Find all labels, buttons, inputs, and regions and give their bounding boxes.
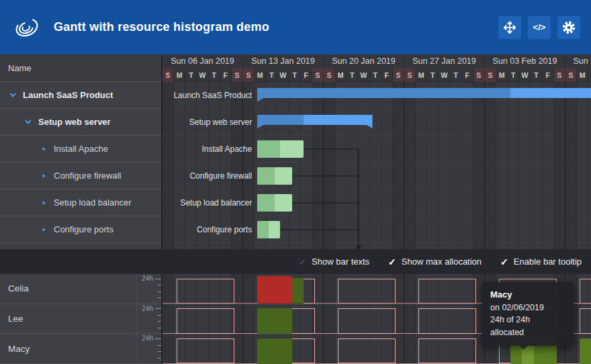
gantt-section: Name Launch SaaS ProductSetup web server… — [0, 54, 591, 249]
day-header-row: SMTWTFSSMTWTFSSMTWTFSSMTWTFSSMTWTFSSMTWT… — [163, 68, 591, 82]
resource-row-celia[interactable]: Celia — [0, 274, 161, 304]
app-header: Gantt with resource histogram demo </> — [0, 0, 591, 54]
day-header-cell: S — [554, 68, 565, 82]
chevron-down-icon[interactable] — [8, 93, 17, 97]
timeline-header: Sun 06 Jan 2019Sun 13 Jan 2019Sun 20 Jan… — [163, 54, 591, 82]
resource-name-label: Lee — [8, 314, 24, 324]
day-header-cell: M — [496, 68, 508, 82]
chevron-down-icon[interactable] — [24, 120, 33, 124]
day-header-cell: S — [312, 68, 324, 82]
tooltip-resource-name: Macy — [490, 288, 565, 302]
resource-row-macy[interactable]: Macy — [0, 334, 161, 364]
checkbox-label: Enable bar tooltip — [514, 257, 582, 267]
task-grid-panel: Name Launch SaaS ProductSetup web server… — [0, 54, 163, 249]
week-header-cell: Sun 20 Jan 2019 — [324, 54, 404, 68]
day-header-cell: S — [485, 68, 496, 82]
max-allocation-outline — [177, 279, 234, 304]
bar-progress — [257, 194, 275, 212]
histogram-toolbar: ✓Show bar texts✓Show max allocation✓Enab… — [0, 249, 591, 274]
task-bar-configure-firewall[interactable] — [257, 167, 291, 185]
checkbox-show-bar-texts[interactable]: ✓Show bar texts — [298, 257, 369, 267]
sidebar-item-configure-ports[interactable]: Configure ports — [0, 216, 161, 243]
sidebar-item-install-apache[interactable]: Install Apache — [0, 136, 161, 163]
max-allocation-outline — [338, 279, 396, 304]
day-header-cell: T — [588, 68, 591, 82]
task-name-label: Launch SaaS Product — [23, 90, 113, 100]
gear-icon — [562, 21, 576, 34]
day-header-cell: T — [266, 68, 277, 82]
leaf-bullet-icon — [39, 228, 48, 231]
task-name-label: Setup web server — [38, 117, 111, 127]
day-header-cell: M — [335, 68, 347, 82]
day-header-cell: T — [209, 68, 220, 82]
name-column-header: Name — [0, 54, 161, 82]
task-bar-label: Configure ports — [197, 216, 252, 243]
day-header-cell: S — [404, 68, 416, 82]
day-header-cell: M — [416, 68, 427, 82]
weekend-shade — [243, 274, 255, 364]
leaf-bullet-icon — [39, 201, 48, 204]
max-allocation-outline — [580, 279, 591, 304]
max-allocation-outline — [580, 308, 591, 334]
sidebar-item-setup-load-balancer[interactable]: Setup load balancer — [0, 189, 161, 216]
day-header-cell: S — [243, 68, 255, 82]
day-header-cell: F — [301, 68, 312, 82]
day-header-cell: S — [565, 68, 577, 82]
day-header-cell: M — [255, 68, 266, 82]
max-allocation-outline — [418, 308, 476, 334]
task-bar-install-apache[interactable] — [257, 140, 304, 158]
task-tree: Launch SaaS ProductSetup web serverInsta… — [0, 82, 161, 243]
bar-progress — [257, 140, 280, 158]
task-name-label: Setup load balancer — [54, 197, 132, 208]
day-header-cell: S — [163, 68, 174, 82]
move-button[interactable] — [498, 16, 521, 39]
task-bar-setup-load-balancer[interactable] — [257, 194, 291, 212]
week-header-cell: Sun 13 Jan 2019 — [243, 54, 324, 68]
resource-name-label: Macy — [8, 344, 30, 354]
sidebar-item-setup-web-server[interactable]: Setup web server — [0, 109, 161, 136]
day-header-cell: W — [277, 68, 289, 82]
week-header-row: Sun 06 Jan 2019Sun 13 Jan 2019Sun 20 Jan… — [163, 54, 591, 68]
day-header-cell: M — [577, 68, 588, 82]
bar-progress — [257, 221, 269, 238]
resource-row-lee[interactable]: Lee — [0, 304, 161, 334]
code-icon: </> — [533, 22, 546, 32]
day-header-cell: F — [543, 68, 554, 82]
week-header-cell: Sun 27 Jan 2019 — [404, 54, 485, 68]
tooltip-date: on 02/06/2019 — [490, 302, 565, 314]
bar-tooltip: Macy on 02/06/2019 24h of 24h allocated — [482, 282, 574, 346]
day-header-cell: T — [370, 68, 381, 82]
allocation-bar-macy[interactable] — [257, 338, 291, 364]
allocation-bar-celia[interactable] — [257, 276, 291, 304]
checkbox-show-max-allocation[interactable]: ✓Show max allocation — [388, 257, 482, 267]
day-header-cell: F — [381, 68, 393, 82]
checkbox-enable-bar-tooltip[interactable]: ✓Enable bar tooltip — [500, 257, 582, 267]
settings-button[interactable] — [557, 16, 580, 39]
task-name-label: Configure ports — [54, 224, 113, 234]
checkbox-label: Show max allocation — [402, 257, 482, 267]
weekend-shade — [163, 274, 174, 364]
bar-progress — [257, 167, 275, 185]
sidebar-item-launch-saas-product[interactable]: Launch SaaS Product — [0, 82, 161, 109]
code-button[interactable]: </> — [528, 16, 551, 39]
weekend-shade — [324, 274, 335, 364]
task-bar-configure-ports[interactable] — [257, 221, 280, 238]
day-header-cell: F — [462, 68, 473, 82]
day-header-cell: S — [393, 68, 404, 82]
task-bar-label: Install Apache — [201, 136, 252, 163]
week-header-cell: Sun 03 Feb 2019 — [485, 54, 565, 68]
sidebar-item-configure-firewall[interactable]: Configure firewall — [0, 163, 161, 189]
task-bar-label: Launch SaaS Product — [173, 82, 252, 109]
max-allocation-outline — [418, 279, 476, 304]
allocation-bar-celia[interactable] — [292, 278, 304, 304]
day-header-cell: S — [473, 68, 485, 82]
day-header-cell: T — [427, 68, 439, 82]
bryntum-logo-icon — [13, 14, 40, 41]
gantt-app: Gantt with resource histogram demo </> — [0, 0, 591, 364]
day-header-cell: F — [220, 68, 232, 82]
allocation-bar-macy[interactable] — [580, 338, 591, 364]
day-header-cell: T — [289, 68, 301, 82]
day-header-cell: T — [531, 68, 543, 82]
allocation-bar-lee[interactable] — [257, 308, 291, 334]
task-name-label: Configure firewall — [54, 171, 121, 181]
